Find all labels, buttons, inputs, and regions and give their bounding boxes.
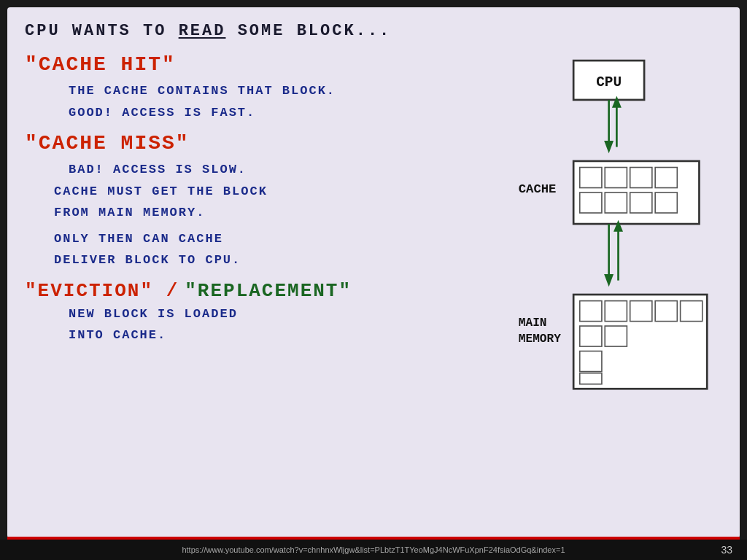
svg-rect-30: [580, 351, 602, 372]
svg-marker-3: [604, 141, 614, 153]
cache-miss-line4: ONLY THEN CAN CACHE: [54, 230, 489, 249]
read-underlined: READ: [179, 22, 226, 40]
svg-rect-26: [655, 301, 677, 322]
footer: https://www.youtube.com/watch?v=chnhnxWl…: [0, 540, 747, 560]
footer-url: https://www.youtube.com/watch?v=chnhnxWl…: [182, 545, 565, 554]
svg-rect-9: [605, 168, 627, 188]
svg-rect-11: [655, 168, 677, 188]
eviction-label2: "REPLACEMENT": [185, 280, 352, 302]
svg-rect-27: [681, 301, 703, 322]
cache-hit-label: "CACHE HIT": [25, 53, 489, 76]
eviction-section: "EVICTION" / "REPLACEMENT" NEW BLOCK IS …: [25, 280, 489, 345]
svg-text:MEMORY: MEMORY: [519, 332, 561, 346]
cache-hit-section: "CACHE HIT" THE CACHE CONTAINS THAT BLOC…: [25, 53, 489, 122]
main-content: CPU WANTS TO READ SOME BLOCK... "CACHE H…: [7, 7, 740, 538]
text-area: CPU WANTS TO READ SOME BLOCK... "CACHE H…: [25, 22, 503, 524]
svg-rect-24: [605, 301, 627, 322]
cache-hit-line1: THE CACHE CONTAINS THAT BLOCK.: [69, 82, 489, 101]
svg-rect-25: [630, 301, 652, 322]
cache-hit-line2: GOOD! ACCESS IS FAST.: [69, 104, 489, 122]
svg-rect-13: [605, 192, 627, 213]
svg-rect-8: [580, 168, 602, 188]
new-block-line1: NEW BLOCK IS LOADED: [69, 305, 489, 324]
svg-rect-28: [580, 326, 602, 346]
architecture-diagram: CPU CACHE: [511, 51, 715, 416]
cache-miss-line5: DELIVER BLOCK TO CPU.: [54, 251, 489, 270]
svg-text:CPU: CPU: [596, 74, 622, 90]
eviction-label-line: "EVICTION" / "REPLACEMENT": [25, 280, 489, 302]
svg-marker-17: [604, 274, 614, 287]
new-block-line2: INTO CACHE.: [69, 326, 489, 345]
cache-miss-line2: CACHE MUST GET THE BLOCK: [54, 182, 489, 201]
svg-rect-31: [580, 373, 602, 384]
svg-rect-10: [630, 168, 652, 188]
cache-miss-label: "CACHE MISS": [25, 132, 489, 155]
cache-miss-line3: FROM MAIN MEMORY.: [54, 203, 489, 222]
svg-text:MAIN: MAIN: [519, 316, 547, 330]
svg-rect-14: [630, 192, 652, 213]
cache-miss-section: "CACHE MISS" BAD! ACCESS IS SLOW. CACHE …: [25, 132, 489, 270]
svg-rect-12: [580, 192, 602, 213]
eviction-label1: "EVICTION" /: [25, 280, 179, 302]
diagram-area: CPU CACHE: [503, 22, 722, 524]
cache-miss-line1: BAD! ACCESS IS SLOW.: [69, 160, 489, 179]
page-number: 33: [721, 544, 732, 556]
svg-text:CACHE: CACHE: [519, 182, 557, 196]
svg-rect-29: [605, 326, 627, 346]
svg-rect-23: [580, 301, 602, 322]
svg-rect-15: [655, 192, 677, 213]
title-line: CPU WANTS TO READ SOME BLOCK...: [25, 22, 489, 40]
